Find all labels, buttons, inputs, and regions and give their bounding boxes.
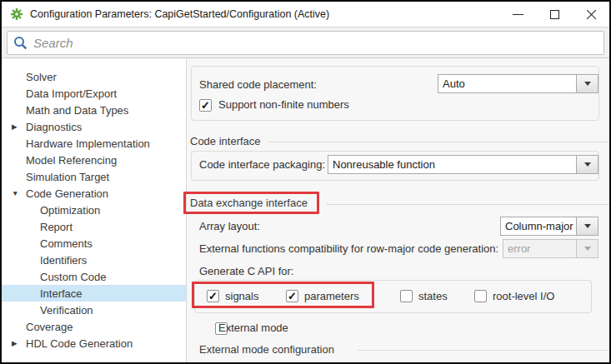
sidebar-item-hdl-code-generation[interactable]: ▶HDL Code Generation: [2, 335, 186, 352]
sidebar-item-label: Identifiers: [40, 254, 87, 267]
sidebar-item-label: Code Generation: [26, 187, 108, 200]
sidebar-item-report[interactable]: Report: [2, 218, 186, 235]
sidebar-item-label: Data Import/Export: [26, 87, 117, 100]
sidebar-item-label: Coverage: [26, 321, 73, 333]
checkbox-label: root-level I/O: [493, 290, 554, 302]
sidebar-item-label: Hardware Implementation: [26, 137, 150, 150]
checkmark-icon: ✓: [208, 289, 218, 303]
sidebar-item-custom-code[interactable]: Custom Code: [2, 268, 186, 285]
sidebar-item-label: Interface: [40, 287, 83, 300]
title-bar[interactable]: Configuration Parameters: CapiGetStarted…: [2, 2, 609, 27]
ext-func-compat-dropdown: error: [503, 239, 598, 258]
dropdown-button: [576, 240, 598, 257]
chevron-down-icon: [584, 224, 591, 228]
capi-option-signals[interactable]: ✓signals: [207, 290, 258, 302]
sidebar-item-label: Verification: [40, 304, 93, 317]
external-mode-label: External mode: [218, 322, 288, 334]
capi-option-parameters[interactable]: ✓parameters: [286, 290, 359, 302]
search-field[interactable]: [7, 31, 604, 55]
code-interface-section-title: Code interface: [190, 135, 261, 147]
dropdown-value: Column-major: [501, 217, 576, 235]
array-layout-dropdown[interactable]: Column-major: [500, 217, 598, 236]
sidebar-item-identifiers[interactable]: Identifiers: [2, 252, 186, 268]
checkbox-label: states: [418, 290, 448, 302]
sidebar-item-label: Diagnostics: [26, 121, 82, 133]
configuration-parameters-dialog: Configuration Parameters: CapiGetStarted…: [0, 0, 611, 364]
external-mode-config-section-title: External mode configuration: [199, 343, 334, 356]
checkbox[interactable]: ✓: [474, 290, 487, 302]
section-rule: [326, 204, 609, 205]
sidebar-item-simulation-target[interactable]: Simulation Target: [2, 168, 186, 185]
checkmark-icon: ✓: [201, 98, 210, 112]
minimize-button[interactable]: [499, 2, 536, 27]
sidebar-item-label: Custom Code: [40, 271, 106, 283]
sidebar-item-data-import-export[interactable]: Data Import/Export: [2, 85, 186, 102]
maximize-button[interactable]: [536, 2, 573, 27]
sidebar-item-label: Model Referencing: [26, 154, 117, 167]
dropdown-button[interactable]: [576, 217, 598, 235]
gear-icon: [10, 7, 23, 21]
window-title: Configuration Parameters: CapiGetStarted…: [30, 8, 329, 20]
dropdown-value: Nonreusable function: [328, 156, 576, 173]
checkbox[interactable]: ✓: [400, 290, 413, 302]
sidebar-item-model-referencing[interactable]: Model Referencing: [2, 152, 186, 168]
search-bar: [2, 27, 609, 58]
chevron-down-icon: [584, 247, 591, 251]
ext-func-compat-label: External functions compatibility for row…: [199, 242, 498, 255]
sidebar-item-verification[interactable]: Verification: [2, 302, 186, 318]
sidebar-item-diagnostics[interactable]: ▶Diagnostics: [2, 118, 186, 135]
close-icon: [586, 9, 597, 20]
sidebar-item-comments[interactable]: Comments: [2, 235, 186, 252]
category-tree: SolverData Import/ExportMath and Data Ty…: [2, 58, 187, 362]
sidebar-item-label: Math and Data Types: [26, 104, 128, 117]
dropdown-value: error: [503, 240, 576, 257]
sidebar-item-interface[interactable]: Interface: [2, 285, 186, 302]
sidebar-item-label: Solver: [26, 71, 57, 83]
dropdown-value: Auto: [438, 75, 576, 92]
sidebar-item-coverage[interactable]: Coverage: [2, 318, 186, 335]
collapse-arrow-icon[interactable]: ▼: [12, 190, 18, 197]
generate-c-api-group: ✓signals✓parameters✓states✓root-level I/…: [194, 280, 592, 313]
sidebar-item-label: Comments: [40, 237, 93, 250]
support-non-finite-checkbox[interactable]: ✓: [199, 99, 212, 112]
checkbox-label: parameters: [304, 290, 359, 302]
support-non-finite-label: Support non-finite numbers: [218, 98, 349, 111]
close-button[interactable]: [573, 2, 609, 27]
generate-c-api-label: Generate C API for:: [199, 265, 293, 277]
capi-option-states[interactable]: ✓states: [400, 290, 448, 302]
maximize-icon: [550, 10, 559, 19]
chevron-down-icon: [584, 82, 591, 86]
dropdown-button[interactable]: [576, 156, 598, 173]
sidebar-item-label: Simulation Target: [26, 171, 109, 183]
capi-option-root-level-i-o[interactable]: ✓root-level I/O: [474, 290, 554, 302]
chevron-down-icon: [584, 162, 591, 167]
shared-code-placement-dropdown[interactable]: Auto: [438, 74, 598, 93]
code-interface-packaging-dropdown[interactable]: Nonreusable function: [328, 155, 598, 174]
shared-code-placement-label: Shared code placement:: [199, 78, 317, 91]
sidebar-item-label: Report: [40, 221, 73, 233]
dropdown-button[interactable]: [576, 75, 598, 92]
section-rule: [268, 142, 609, 142]
sidebar-item-code-generation[interactable]: ▼Code Generation: [2, 185, 186, 202]
section-rule: [358, 350, 609, 351]
expand-arrow-icon[interactable]: ▶: [12, 340, 18, 347]
search-icon: [13, 36, 28, 50]
code-interface-packaging-label: Code interface packaging:: [199, 158, 325, 171]
expand-arrow-icon[interactable]: ▶: [12, 123, 18, 131]
sidebar-item-optimization[interactable]: Optimization: [2, 202, 186, 218]
checkmark-icon: ✓: [288, 289, 297, 303]
sidebar-item-solver[interactable]: Solver: [2, 68, 186, 85]
checkbox[interactable]: ✓: [207, 290, 219, 302]
sidebar-item-label: Optimization: [40, 204, 100, 217]
checkbox[interactable]: ✓: [286, 290, 298, 302]
array-layout-label: Array layout:: [199, 220, 260, 232]
checkbox-label: signals: [225, 290, 258, 302]
sidebar-item-math-and-data-types[interactable]: Math and Data Types: [2, 102, 186, 118]
search-input[interactable]: [33, 32, 603, 54]
sidebar-item-hardware-implementation[interactable]: Hardware Implementation: [2, 135, 186, 152]
minimize-icon: [513, 14, 523, 15]
sidebar-item-label: HDL Code Generation: [26, 337, 133, 350]
data-exchange-section-title: Data exchange interface: [190, 197, 308, 209]
